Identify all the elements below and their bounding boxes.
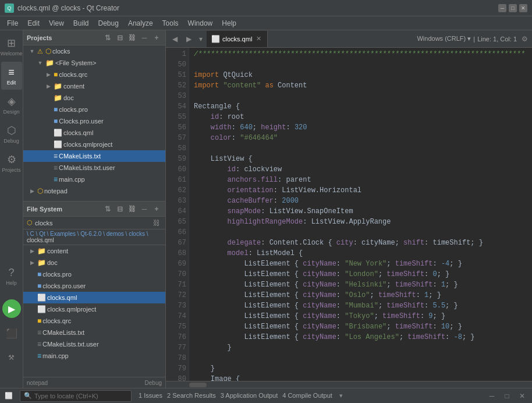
- fs-link-button[interactable]: ⛓: [127, 204, 137, 214]
- tree-item-cmakelists[interactable]: ≡ CMakeLists.txt: [23, 150, 165, 162]
- tree-item-main-cpp[interactable]: ≡ main.cpp: [23, 174, 165, 185]
- projects-filter-button[interactable]: ⊟: [115, 33, 125, 43]
- menu-item-analyze[interactable]: Analyze: [123, 18, 158, 29]
- menu-item-help[interactable]: Help: [217, 18, 241, 29]
- minimize-button[interactable]: ─: [498, 4, 506, 12]
- bottom-minimize-btn[interactable]: ─: [487, 391, 497, 401]
- projects-expand-button[interactable]: +: [151, 33, 162, 43]
- close-button[interactable]: ✕: [519, 4, 527, 12]
- tab-app-output[interactable]: 3 Application Output: [221, 392, 278, 400]
- encoding-dropdown[interactable]: Windows (CRLF) ▾: [417, 35, 471, 43]
- breadcrumb-link-c[interactable]: C: [30, 231, 34, 237]
- fs-item-clocks-pro-user[interactable]: ■ clocks.pro.user: [23, 280, 165, 292]
- projects-collapse-button[interactable]: ─: [139, 33, 150, 43]
- tree-label: notepad: [44, 188, 68, 195]
- welcome-icon: ⊞: [7, 37, 16, 50]
- menu-item-view[interactable]: View: [44, 18, 69, 29]
- projects-sync-button[interactable]: ⇅: [102, 33, 113, 43]
- file-icon: ■: [54, 105, 58, 114]
- bottom-bar: ⬜ 🔍 1 Issues 2 Search Results 3 Applicat…: [0, 388, 532, 403]
- menu-bar: FileEditViewBuildDebugAnalyzeToolsWindow…: [0, 16, 532, 30]
- search-box[interactable]: 🔍: [20, 390, 132, 402]
- tree-item-clocks-pro[interactable]: ■ clocks.pro: [23, 104, 165, 115]
- projects-panel-title: Projects: [27, 34, 100, 41]
- editor-options-button[interactable]: ⚙: [519, 34, 530, 44]
- tab-search-results[interactable]: 2 Search Results: [167, 392, 216, 400]
- fs-item-cmakelists[interactable]: ≡ CMakeLists.txt: [23, 327, 165, 338]
- stop-button[interactable]: ⬛: [2, 324, 21, 342]
- fs-root-selector[interactable]: ⬡ clocks ⛓: [23, 217, 165, 229]
- sidebar-item-edit[interactable]: ≡ Edit: [1, 62, 22, 90]
- tree-item-notepad[interactable]: ▶ ⬡ notepad: [23, 185, 165, 197]
- bottom-close-btn[interactable]: ✕: [517, 391, 527, 401]
- bottom-maximize-btn[interactable]: □: [502, 391, 512, 401]
- arrow-icon: ▶: [44, 72, 52, 77]
- arrow-icon: ▶: [44, 83, 52, 89]
- projects-link-button[interactable]: ⛓: [127, 33, 137, 43]
- tab-file-icon: ⬜: [211, 35, 220, 43]
- tab-close-button[interactable]: ✕: [254, 35, 263, 43]
- notepad-label: notepad: [27, 380, 48, 386]
- fs-item-clocks-pro[interactable]: ■ clocks.pro: [23, 268, 165, 280]
- menu-item-build[interactable]: Build: [69, 18, 94, 29]
- tree-item-clocks-pro-user[interactable]: ■ Clocks.pro.user: [23, 115, 165, 127]
- tree-item-filesystem[interactable]: ▼ 📁 <File System>: [23, 57, 165, 69]
- breadcrumb-link-examples[interactable]: Examples: [50, 231, 76, 237]
- fs-item-clocks-qmlproject[interactable]: ⬜ clocks.qmlproject: [23, 303, 165, 315]
- tab-list-button[interactable]: ▾: [196, 31, 205, 47]
- sidebar-item-projects[interactable]: ⚙ Projects: [1, 149, 22, 177]
- maximize-button[interactable]: □: [509, 4, 517, 12]
- run-button[interactable]: ▶: [2, 299, 21, 318]
- menu-item-edit[interactable]: Edit: [23, 18, 44, 29]
- tree-item-cmakelists-user[interactable]: ≡ CMakeLists.txt.user: [23, 162, 165, 174]
- menu-item-tools[interactable]: Tools: [158, 18, 183, 29]
- sidebar-item-design[interactable]: ◈ Design: [1, 91, 22, 119]
- horizontal-scrollbar[interactable]: [166, 381, 532, 388]
- file-icon: ■: [37, 317, 41, 325]
- file-icon: ≡: [54, 175, 58, 183]
- tab-nav-back[interactable]: ◀: [168, 31, 181, 47]
- project-icon: ⬡: [45, 47, 51, 55]
- fs-root-nav-button[interactable]: ⛓: [151, 218, 162, 228]
- tree-label: content: [63, 83, 84, 90]
- breadcrumb-link-qt620[interactable]: Qt-6.2.0: [80, 231, 101, 237]
- tree-item-clocks-qmlproject[interactable]: ⬜ clocks.qmlproject: [23, 139, 165, 150]
- fs-item-doc[interactable]: ▶ 📁 doc: [23, 257, 165, 268]
- sidebar-item-debug[interactable]: ⬡ Debug: [1, 120, 22, 148]
- tab-issues[interactable]: 1 Issues: [139, 392, 162, 400]
- sidebar-item-help[interactable]: ? Help: [1, 262, 22, 290]
- fs-filter-button[interactable]: ⊟: [115, 204, 125, 214]
- tab-nav-forward[interactable]: ▶: [182, 31, 195, 47]
- fs-item-cmakelists-user[interactable]: ≡ CMakeLists.txt.user: [23, 338, 165, 350]
- fs-item-main-cpp[interactable]: ≡ main.cpp: [23, 350, 165, 362]
- tree-item-clocks-project[interactable]: ▼ ⚠ ⬡ clocks: [23, 45, 165, 57]
- debug-label-text: Debug: [145, 380, 162, 386]
- fs-item-content[interactable]: ▶ 📁 content: [23, 245, 165, 257]
- breadcrumb-link-demos[interactable]: demos: [107, 231, 124, 237]
- tree-item-content[interactable]: ▶ 📁 content: [23, 80, 165, 92]
- line-col-info: Line: 1, Col: 1: [477, 36, 517, 43]
- sidebar-item-welcome[interactable]: ⊞ Welcome: [1, 33, 22, 61]
- editor-tab-clocks-qml[interactable]: ⬜ clocks.qml ✕: [207, 31, 268, 47]
- bottom-panel-toggle[interactable]: ⬜: [5, 392, 13, 400]
- breadcrumb-link-clocks[interactable]: clocks: [129, 231, 145, 237]
- menu-item-debug[interactable]: Debug: [94, 18, 123, 29]
- fs-item-clocks-qml[interactable]: ⬜ clocks.qml: [23, 292, 165, 303]
- fs-collapse-button[interactable]: ─: [139, 204, 150, 214]
- tree-item-clocks-qml[interactable]: ⬜ clocks.qml: [23, 127, 165, 139]
- fs-item-clocks-qrc[interactable]: ■ clocks.qrc: [23, 315, 165, 327]
- build-and-run-button[interactable]: ⚒: [2, 348, 21, 367]
- search-icon: 🔍: [24, 392, 32, 400]
- fs-expand-button[interactable]: +: [151, 204, 162, 214]
- output-selector-dropdown[interactable]: ▾: [339, 392, 343, 400]
- tree-item-clocks-qrc[interactable]: ▶ ■ clocks.qrc: [23, 69, 165, 80]
- search-input[interactable]: [34, 393, 127, 400]
- menu-item-window[interactable]: Window: [183, 18, 218, 29]
- tab-compile-output[interactable]: 4 Compile Output: [282, 392, 332, 400]
- breadcrumb-link-qt[interactable]: Qt: [39, 231, 45, 237]
- fs-sync-button[interactable]: ⇅: [102, 204, 113, 214]
- tree-item-doc[interactable]: 📁 doc: [23, 92, 165, 104]
- menu-item-file[interactable]: File: [2, 18, 23, 29]
- h-scrollbar-thumb[interactable]: [189, 383, 207, 387]
- code-content[interactable]: /***************************************…: [189, 48, 532, 381]
